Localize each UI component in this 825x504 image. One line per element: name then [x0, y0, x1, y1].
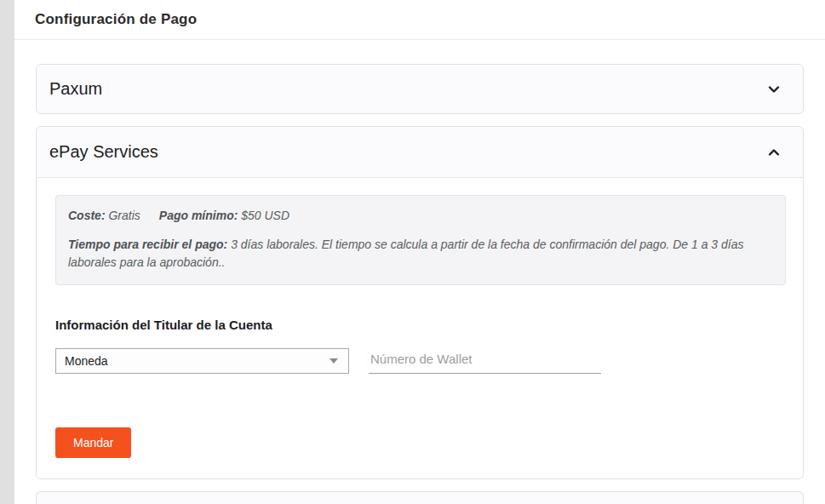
epay-panel-body: Coste: GratisPago mínimo: $50 USD Tiempo… — [37, 178, 803, 478]
accordion-header-paxum[interactable]: Paxum — [37, 65, 803, 113]
card-title-bar: Configuración de Pago — [14, 0, 825, 40]
accordion-item-next-partial — [36, 491, 804, 504]
accordion-title: Paxum — [49, 79, 102, 99]
tiempo-label: Tiempo para recibir el pago: — [68, 238, 227, 251]
currency-select[interactable]: Moneda — [55, 348, 349, 374]
currency-select-value: Moneda — [65, 354, 108, 368]
accordion-header-epay-services[interactable]: ePay Services — [37, 127, 803, 178]
wallet-number-input[interactable] — [369, 348, 601, 374]
page-left-gutter — [0, 0, 14, 504]
info-line-cost: Coste: GratisPago mínimo: $50 USD — [68, 207, 771, 224]
payment-settings-card: Configuración de Pago Paxum ePay Service… — [14, 0, 825, 504]
accordion: Paxum ePay Services Coste: GratisPago mí… — [14, 40, 825, 504]
account-holder-heading: Información del Titular de la Cuenta — [55, 318, 786, 332]
account-holder-form-row: Moneda — [55, 348, 786, 374]
info-line-timing: Tiempo para recibir el pago: 3 días labo… — [68, 236, 771, 271]
coste-label: Coste: — [68, 209, 106, 222]
caret-down-icon — [329, 358, 338, 364]
accordion-header-next[interactable] — [37, 492, 803, 504]
accordion-item-epay-services: ePay Services Coste: GratisPago mínimo: … — [36, 126, 804, 479]
accordion-title: ePay Services — [49, 142, 158, 162]
page-title: Configuración de Pago — [35, 11, 197, 28]
submit-button[interactable]: Mandar — [55, 427, 131, 458]
payment-info-box: Coste: GratisPago mínimo: $50 USD Tiempo… — [55, 195, 786, 285]
chevron-up-icon — [767, 146, 781, 159]
pago-minimo-label: Pago mínimo: — [159, 209, 238, 222]
pago-minimo-value: $50 USD — [238, 209, 289, 222]
coste-value: Gratis — [106, 209, 140, 222]
accordion-item-paxum: Paxum — [36, 64, 804, 114]
chevron-down-icon — [767, 83, 781, 96]
